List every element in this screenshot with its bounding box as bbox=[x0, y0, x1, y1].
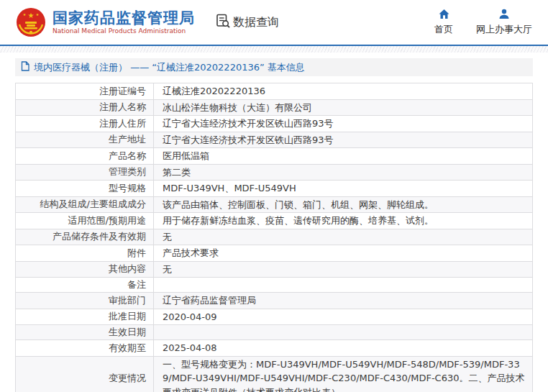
row-value-text: 产品技术要求 bbox=[163, 247, 219, 258]
registration-info-table: 注册证编号 辽械注准20202220136 注册人名称 冰山松洋生物科技（大连）… bbox=[15, 83, 533, 392]
table-row: 结构及组成/主要组成成分 该产品由箱体、控制面板、门锁、箱门、机组、网架、脚轮组… bbox=[16, 196, 533, 213]
row-label-text: 审批部门 bbox=[109, 295, 146, 306]
row-label-text: 变更情况 bbox=[109, 373, 146, 383]
row-label: 产品名称 bbox=[16, 148, 154, 165]
row-label-text: 注册人住所 bbox=[99, 118, 146, 129]
row-label-text: 附件 bbox=[127, 247, 146, 258]
row-label-text: 适用范围/预期用途 bbox=[68, 215, 146, 226]
table-row: 变更情况 一、型号规格变更为：MDF-U349VH/MDF-U549VH/MDF… bbox=[16, 356, 533, 392]
row-value: 冰山松洋生物科技（大连）有限公司 bbox=[154, 99, 533, 116]
row-label: 结构及组成/主要组成成分 bbox=[16, 196, 154, 213]
table-row: 备注 bbox=[16, 278, 533, 293]
table-row: 其他内容 无 bbox=[16, 261, 533, 278]
row-value: 辽宁省大连经济技术开发区铁山西路93号 bbox=[154, 132, 533, 148]
row-label: 有效期至 bbox=[16, 340, 154, 357]
row-value: 用于储存新鲜冻结血浆、疫苗、遗传研究用的酶、培养基、试剂。 bbox=[154, 213, 533, 229]
row-value: 产品技术要求 bbox=[154, 245, 533, 262]
row-label-text: 批准日期 bbox=[109, 311, 146, 322]
page-header: ★ ★ ★ 国家药品监督管理局 National Medical Product… bbox=[0, 0, 548, 45]
row-value-text: 辽宁省大连经济技术开发区铁山西路93号 bbox=[163, 135, 334, 145]
row-label-text: 产品名称 bbox=[109, 150, 146, 161]
row-value-text: 该产品由箱体、控制面板、门锁、箱门、机组、网架、脚轮组成。 bbox=[163, 199, 434, 210]
nav-home-label: 首页 bbox=[434, 23, 453, 36]
row-label-text: 生效日期 bbox=[109, 327, 146, 337]
row-value-text: 医用低温箱 bbox=[163, 150, 209, 161]
row-value: 无 bbox=[154, 229, 533, 245]
row-value-text: 一、型号规格变更为：MDF-U349VH/MDF-U549VH/MDF-548D… bbox=[163, 359, 524, 392]
table-row: 管理类别 第二类 bbox=[16, 164, 533, 181]
main-content: 境内医疗器械（注册） —— “辽械注准20202220136” 基本信息 注册证… bbox=[0, 58, 548, 392]
nav-home[interactable]: 首页 bbox=[434, 9, 453, 36]
row-value-text: 2025-04-08 bbox=[163, 342, 217, 353]
breadcrumb: 境内医疗器械（注册） —— “辽械注准20202220136” 基本信息 bbox=[15, 58, 533, 76]
table-row: 注册人名称 冰山松洋生物科技（大连）有限公司 bbox=[16, 99, 533, 116]
row-value: MDF-U349VH、MDF-U549VH bbox=[154, 181, 533, 197]
row-value-text: 冰山松洋生物科技（大连）有限公司 bbox=[163, 102, 312, 113]
row-value: 无 bbox=[154, 261, 533, 278]
row-label-text: 其他内容 bbox=[109, 263, 146, 274]
row-label-text: 型号规格 bbox=[109, 183, 146, 193]
table-row: 有效期至 2025-04-08 bbox=[16, 340, 533, 357]
table-row: 产品储存条件及有效期 无 bbox=[16, 229, 533, 245]
row-label: 生效日期 bbox=[16, 325, 154, 340]
row-label: 其他内容 bbox=[16, 261, 154, 278]
svg-text:★: ★ bbox=[36, 12, 40, 17]
row-value-text: 辽械注准20202220136 bbox=[163, 86, 265, 96]
site-title: 国家药品监督管理局 National Medical Products Admi… bbox=[52, 9, 195, 35]
row-label: 备注 bbox=[16, 278, 154, 293]
row-label: 生产地址 bbox=[16, 132, 154, 148]
row-value: 第二类 bbox=[154, 164, 533, 181]
row-label-text: 注册人名称 bbox=[99, 101, 146, 112]
row-label-text: 生产地址 bbox=[109, 134, 146, 145]
row-value-text: MDF-U349VH、MDF-U549VH bbox=[163, 183, 296, 193]
table-row: 适用范围/预期用途 用于储存新鲜冻结血浆、疫苗、遗传研究用的酶、培养基、试剂。 bbox=[16, 213, 533, 229]
row-value bbox=[154, 278, 533, 293]
row-label: 注册证编号 bbox=[16, 83, 154, 100]
breadcrumb-text: 境内医疗器械（注册） —— “辽械注准20202220136” 基本信息 bbox=[34, 61, 305, 74]
row-value: 辽械注准20202220136 bbox=[154, 83, 533, 100]
table-row: 批准日期 2020-04-09 bbox=[16, 309, 533, 325]
row-value-text: 辽宁省药品监督管理局 bbox=[163, 295, 256, 306]
info-table-body: 注册证编号 辽械注准20202220136 注册人名称 冰山松洋生物科技（大连）… bbox=[16, 83, 533, 392]
row-value-text: 用于储存新鲜冻结血浆、疫苗、遗传研究用的酶、培养基、试剂。 bbox=[163, 215, 434, 226]
svg-text:★: ★ bbox=[28, 12, 35, 19]
top-nav: 首页 网上办事大厅 bbox=[434, 9, 532, 36]
document-icon bbox=[21, 61, 29, 73]
row-label: 型号规格 bbox=[16, 181, 154, 197]
nav-service-hall[interactable]: 网上办事大厅 bbox=[476, 9, 532, 36]
row-label: 变更情况 bbox=[16, 356, 154, 392]
row-label: 产品储存条件及有效期 bbox=[16, 229, 154, 245]
row-label: 注册人名称 bbox=[16, 99, 154, 116]
row-label-text: 有效期至 bbox=[109, 342, 146, 353]
data-query-icon bbox=[216, 14, 230, 31]
row-label: 注册人住所 bbox=[16, 116, 154, 132]
table-row: 注册人住所 辽宁省大连经济技术开发区铁山西路93号 bbox=[16, 116, 533, 132]
row-label-text: 备注 bbox=[127, 279, 146, 290]
row-label-text: 产品储存条件及有效期 bbox=[52, 231, 146, 242]
data-query-label: 数据查询 bbox=[233, 15, 279, 30]
row-value-text: 无 bbox=[163, 232, 172, 242]
row-label: 批准日期 bbox=[16, 309, 154, 325]
row-value-text: 辽宁省大连经济技术开发区铁山西路93号 bbox=[163, 118, 334, 129]
table-row: 产品名称 医用低温箱 bbox=[16, 148, 533, 165]
site-title-en: National Medical Products Administration bbox=[52, 27, 195, 35]
hatch-strip bbox=[0, 46, 548, 53]
nav-service-hall-label: 网上办事大厅 bbox=[476, 23, 532, 36]
row-value: 医用低温箱 bbox=[154, 148, 533, 165]
row-value: 辽宁省大连经济技术开发区铁山西路93号 bbox=[154, 116, 533, 132]
row-label: 适用范围/预期用途 bbox=[16, 213, 154, 229]
home-icon bbox=[438, 9, 450, 22]
site-title-cn: 国家药品监督管理局 bbox=[52, 9, 195, 27]
row-label: 附件 bbox=[16, 245, 154, 262]
nmpa-emblem-logo: ★ ★ ★ bbox=[16, 7, 46, 37]
data-query-link[interactable]: 数据查询 bbox=[216, 14, 279, 31]
row-label: 管理类别 bbox=[16, 164, 154, 181]
table-row: 审批部门 辽宁省药品监督管理局 bbox=[16, 293, 533, 309]
table-row: 生效日期 bbox=[16, 325, 533, 340]
row-value: 一、型号规格变更为：MDF-U349VH/MDF-U549VH/MDF-548D… bbox=[154, 356, 533, 392]
table-row: 注册证编号 辽械注准20202220136 bbox=[16, 83, 533, 100]
row-label: 审批部门 bbox=[16, 293, 154, 309]
row-value: 辽宁省药品监督管理局 bbox=[154, 293, 533, 309]
row-value: 2020-04-09 bbox=[154, 309, 533, 325]
row-value: 该产品由箱体、控制面板、门锁、箱门、机组、网架、脚轮组成。 bbox=[154, 196, 533, 213]
